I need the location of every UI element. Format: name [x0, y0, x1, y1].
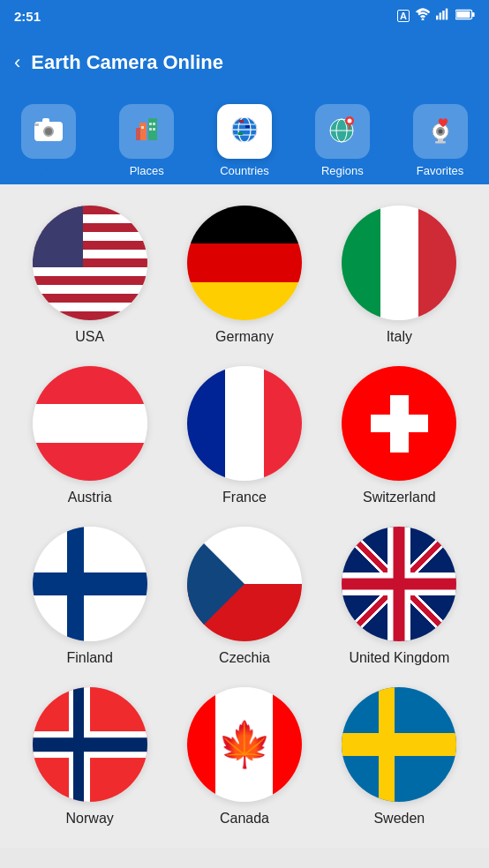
country-item-france[interactable]: France [172, 366, 316, 505]
svg-rect-16 [141, 126, 144, 129]
country-name-uk: United Kingdom [349, 650, 449, 666]
flag-norway [33, 687, 147, 802]
svg-point-10 [45, 128, 52, 135]
flag-canada: 🍁 [187, 687, 302, 802]
tab-regions[interactable]: Regions [293, 104, 391, 184]
tab-favorites-icon-wrapper [413, 104, 468, 159]
svg-rect-28 [238, 132, 243, 135]
tab-countries-label: Countries [220, 164, 269, 177]
buildings-tab-icon [131, 114, 162, 149]
header: ‹ Earth Camera Online [0, 32, 489, 94]
country-item-norway[interactable]: Norway [18, 687, 162, 827]
content-area: USA Germany Italy [0, 184, 489, 848]
svg-rect-17 [149, 123, 152, 125]
country-item-uk[interactable]: United Kingdom [327, 527, 471, 666]
svg-rect-14 [136, 128, 140, 140]
tab-regions-icon-wrapper [315, 104, 370, 159]
svg-point-0 [422, 19, 425, 21]
tab-places-icon-wrapper [119, 104, 174, 159]
flag-uk [342, 527, 456, 641]
svg-rect-19 [149, 128, 152, 131]
tab-places[interactable]: Places [98, 104, 196, 184]
svg-rect-12 [34, 123, 39, 126]
flag-czechia [187, 527, 302, 641]
country-name-switzerland: Switzerland [363, 490, 436, 505]
flag-usa [33, 206, 147, 320]
flag-italy [342, 206, 456, 320]
header-title: Earth Camera Online [31, 51, 223, 74]
battery-icon [455, 8, 475, 24]
tab-countries-icon-wrapper [217, 104, 272, 159]
svg-rect-3 [442, 11, 444, 19]
wifi-icon [415, 8, 431, 24]
flag-germany [187, 206, 302, 320]
svg-rect-1 [436, 16, 438, 20]
status-icons: A [397, 8, 475, 24]
flag-switzerland [342, 366, 456, 481]
country-item-switzerland[interactable]: Switzerland [327, 366, 471, 505]
svg-rect-11 [42, 118, 49, 123]
svg-rect-4 [446, 9, 448, 20]
tab-favorites[interactable]: Favorites [391, 104, 489, 184]
country-item-usa[interactable]: USA [18, 206, 162, 345]
flag-sweden [342, 687, 456, 802]
maple-leaf-icon: 🍁 [217, 722, 272, 767]
svg-rect-26 [239, 120, 244, 123]
country-name-austria: Austria [68, 490, 112, 505]
svg-rect-7 [472, 12, 475, 17]
tab-places-label: Places [130, 164, 164, 177]
svg-point-37 [438, 130, 442, 134]
country-name-sweden: Sweden [373, 811, 425, 827]
status-time: 2:51 [14, 9, 41, 24]
back-button[interactable]: ‹ [14, 51, 20, 74]
country-name-italy: Italy [387, 329, 412, 345]
svg-rect-20 [153, 128, 155, 131]
svg-rect-13 [139, 123, 147, 140]
country-name-finland: Finland [66, 650, 112, 666]
country-name-canada: Canada [220, 811, 269, 827]
country-name-germany: Germany [215, 329, 274, 345]
tab-bar: All Places [0, 94, 489, 184]
country-item-sweden[interactable]: Sweden [327, 687, 471, 827]
country-item-germany[interactable]: Germany [172, 206, 316, 345]
country-name-france: France [222, 490, 267, 505]
svg-rect-27 [245, 125, 250, 128]
country-name-usa: USA [75, 329, 104, 345]
country-item-italy[interactable]: Italy [327, 206, 471, 345]
tab-all-label: All [42, 164, 55, 177]
globe-flags-tab-icon [228, 113, 261, 150]
webcam-heart-tab-icon [425, 114, 456, 149]
signal-icon [436, 8, 450, 24]
camera-tab-icon [33, 115, 64, 148]
svg-rect-39 [435, 141, 446, 144]
country-name-norway: Norway [66, 811, 114, 827]
svg-rect-6 [456, 11, 470, 19]
tab-favorites-label: Favorites [417, 164, 463, 177]
svg-rect-18 [153, 123, 155, 125]
tab-all-icon-wrapper [21, 104, 76, 159]
country-grid: USA Germany Italy [18, 206, 471, 827]
svg-point-33 [347, 119, 351, 123]
tab-regions-label: Regions [321, 164, 364, 177]
country-item-austria[interactable]: Austria [18, 366, 162, 505]
country-item-canada[interactable]: 🍁 Canada [172, 687, 316, 827]
status-bar: 2:51 A [0, 0, 489, 32]
tab-all[interactable]: All [0, 104, 98, 184]
country-item-czechia[interactable]: Czechia [172, 527, 316, 666]
accessibility-icon: A [397, 10, 410, 22]
country-name-czechia: Czechia [219, 650, 270, 666]
flag-france [187, 366, 302, 481]
flag-finland [33, 527, 147, 641]
flag-austria [33, 366, 147, 481]
svg-rect-2 [440, 12, 441, 19]
country-item-finland[interactable]: Finland [18, 527, 162, 666]
tab-countries[interactable]: Countries [196, 104, 294, 184]
globe-pin-tab-icon [327, 114, 358, 149]
